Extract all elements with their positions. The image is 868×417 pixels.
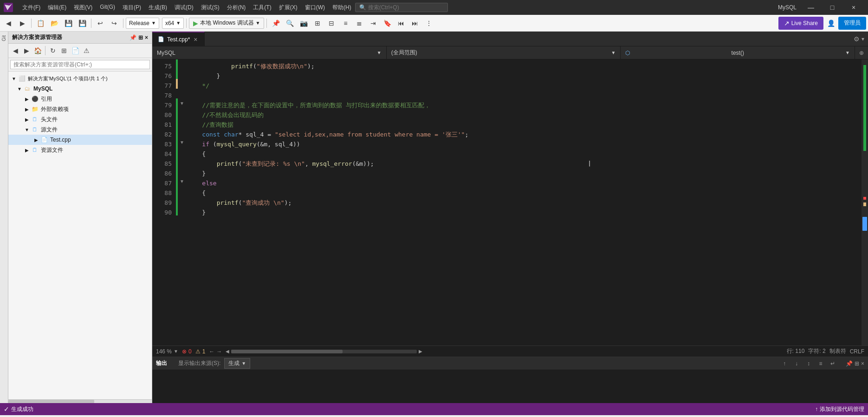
zoom-control[interactable]: 146 % ▼ <box>156 348 178 355</box>
open-button[interactable]: 📂 <box>48 17 61 30</box>
new-project-button[interactable]: 📋 <box>34 17 47 30</box>
configuration-dropdown[interactable]: Release ▼ <box>126 18 159 29</box>
project-node[interactable]: ▼ 🗂 MySQL <box>8 84 152 94</box>
horizontal-scroll-thumb[interactable] <box>231 350 343 353</box>
forward-button[interactable]: ▶ <box>16 17 29 30</box>
output-down-button[interactable]: ↓ <box>791 358 802 369</box>
menu-window[interactable]: 窗口(W) <box>301 2 329 13</box>
minimize-button[interactable]: — <box>800 0 822 15</box>
right-scroll-gutter[interactable] <box>862 59 868 345</box>
se-close-icon[interactable]: × <box>145 34 148 41</box>
se-pending-changes[interactable]: ⚠ <box>81 46 91 56</box>
output-pin-icon[interactable]: 📌 <box>846 360 853 367</box>
pin-button[interactable]: 📌 <box>269 17 282 30</box>
align-left-button[interactable]: ≡ <box>339 17 352 30</box>
source-control-button[interactable]: ↑ 添加到源代码管理 <box>815 405 864 413</box>
menu-file[interactable]: 文件(F) <box>19 2 44 13</box>
resource-files-node[interactable]: ▶ 🗒 资源文件 <box>8 145 152 155</box>
admin-button[interactable]: 管理员 <box>838 17 866 30</box>
nav-class-dropdown[interactable]: MySQL ▼ <box>152 46 387 59</box>
live-share-button[interactable]: ↗ Live Share <box>778 17 823 30</box>
search-input[interactable] <box>368 4 438 11</box>
se-search-input[interactable] <box>10 60 150 69</box>
undo-button[interactable]: ↩ <box>94 17 107 30</box>
maximize-button[interactable]: □ <box>822 0 843 15</box>
output-up-button[interactable]: ↑ <box>779 358 790 369</box>
account-icon[interactable]: 👤 <box>824 17 837 30</box>
horizontal-scrollbar[interactable] <box>231 350 417 353</box>
scroll-thumb[interactable] <box>862 217 867 231</box>
platform-dropdown[interactable]: x64 ▼ <box>162 18 184 29</box>
save-button[interactable]: 💾 <box>62 17 75 30</box>
output-float-icon[interactable]: ⊞ <box>855 360 859 367</box>
se-back[interactable]: ◀ <box>10 46 20 56</box>
menu-analyze[interactable]: 分析(N) <box>223 2 250 13</box>
menu-git[interactable]: Git(G) <box>96 2 119 13</box>
se-collapse[interactable]: ⊞ <box>59 46 69 56</box>
tb-btn-6[interactable]: ⊟ <box>325 17 338 30</box>
menu-project[interactable]: 项目(P) <box>119 2 145 13</box>
output-source-dropdown[interactable]: 生成 ▼ <box>224 358 250 369</box>
se-float-icon[interactable]: ⊞ <box>138 34 143 41</box>
fold-79[interactable]: ▼ <box>178 98 186 108</box>
fold-87[interactable]: ▼ <box>178 176 186 186</box>
menu-test[interactable]: 测试(S) <box>197 2 223 13</box>
test-cpp-node[interactable]: ▶ 📄 Test.cpp <box>8 135 152 145</box>
output-close-icon[interactable]: × <box>861 360 864 367</box>
nav-member-dropdown[interactable]: ⬡ test() ▼ <box>621 46 855 59</box>
tb-btn-5[interactable]: ⊞ <box>311 17 324 30</box>
prev-error-button[interactable]: ← <box>209 348 214 355</box>
se-pin-icon[interactable]: 📌 <box>130 34 136 41</box>
error-indicator[interactable]: ⊗ 0 <box>182 348 192 355</box>
settings-tb-button[interactable]: ⋮ <box>422 17 435 30</box>
new-vertical-tab-button[interactable]: ⊕ <box>855 50 868 56</box>
tab-settings-icon[interactable]: ⚙ <box>854 35 860 43</box>
output-wrap-button[interactable]: ↵ <box>827 358 838 369</box>
se-forward[interactable]: ▶ <box>21 46 32 56</box>
external-deps-node[interactable]: ▶ 📁 外部依赖项 <box>8 104 152 114</box>
menu-tools[interactable]: 工具(T) <box>249 2 275 13</box>
se-home[interactable]: 🏠 <box>32 46 43 56</box>
line-ending-info[interactable]: CRLF <box>850 348 864 355</box>
back-button[interactable]: ◀ <box>2 17 15 30</box>
search-tb-button[interactable]: 🔍 <box>283 17 296 30</box>
nav-scope-dropdown[interactable]: (全局范围) ▼ <box>387 46 621 59</box>
tab-close-icon[interactable]: × <box>193 36 198 43</box>
solution-node[interactable]: ▼ ⬜ 解决方案'MySQL'(1 个项目/共 1 个) <box>8 73 152 84</box>
menu-help[interactable]: 帮助(H) <box>329 2 355 13</box>
bookmark-button[interactable]: 🔖 <box>381 17 394 30</box>
menu-extend[interactable]: 扩展(X) <box>275 2 301 13</box>
close-button[interactable]: × <box>843 0 864 15</box>
scroll-left-button[interactable]: ◀ <box>226 349 229 354</box>
next-error-button[interactable]: → <box>216 348 222 355</box>
git-label[interactable]: Git <box>0 33 7 43</box>
code-lines[interactable]: printf("修改数据成功\n"); } */ //需要注意的是，在下面的设置… <box>186 59 862 345</box>
warning-indicator[interactable]: ⚠ 1 <box>195 348 206 355</box>
fold-83[interactable]: ▼ <box>178 137 186 147</box>
menu-view[interactable]: 视图(V) <box>70 2 96 13</box>
screenshot-button[interactable]: 📷 <box>297 17 310 30</box>
output-clear-button[interactable]: ≡ <box>815 358 826 369</box>
run-button[interactable]: ▶ 本地 Windows 调试器 ▼ <box>189 18 264 29</box>
menu-build[interactable]: 生成(B) <box>145 2 171 13</box>
editor-bottom-bar: 146 % ▼ ⊗ 0 ⚠ 1 ← → ◀ <box>152 345 868 357</box>
nav-bookmark-prev[interactable]: ⏮ <box>395 17 408 30</box>
redo-button[interactable]: ↪ <box>108 17 121 30</box>
se-files-view[interactable]: 📄 <box>70 46 80 56</box>
header-files-node[interactable]: ▶ 🗒 头文件 <box>8 114 152 124</box>
menu-debug[interactable]: 调试(D) <box>171 2 197 13</box>
output-nav-button[interactable]: ↕ <box>803 358 814 369</box>
source-files-node[interactable]: ▼ 🗒 源文件 <box>8 124 152 135</box>
scroll-right-button[interactable]: ▶ <box>419 349 422 354</box>
editor-tab-test-cpp[interactable]: 📄 Test.cpp* × <box>152 32 205 46</box>
error-nav: ← → <box>209 348 222 355</box>
align-right-button[interactable]: ≣ <box>353 17 366 30</box>
references-node[interactable]: ▶ ⚫ 引用 <box>8 94 152 104</box>
nav-bookmark-next[interactable]: ⏭ <box>408 17 421 30</box>
se-refresh[interactable]: ↻ <box>48 46 58 56</box>
save-all-button[interactable]: 💾 <box>76 17 89 30</box>
search-box[interactable]: 🔍 <box>355 3 448 12</box>
indent-button[interactable]: ⇥ <box>367 17 380 30</box>
menu-edit[interactable]: 编辑(E) <box>44 2 70 13</box>
tab-overflow-icon[interactable]: ▾ <box>862 36 864 42</box>
